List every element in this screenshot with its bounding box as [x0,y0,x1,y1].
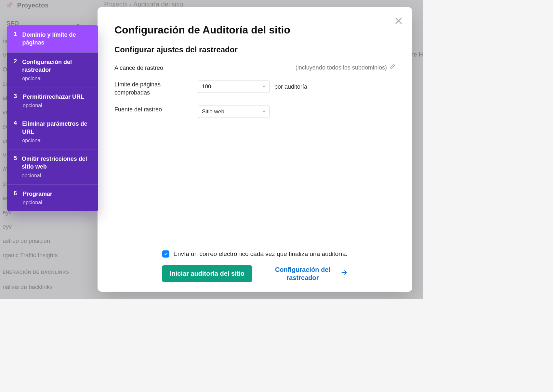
crawl-scope-hint-text: (incluyendo todos los subdominios) [296,64,387,71]
row-page-limit: Límite de páginas comprobadas 100 por au… [114,81,395,97]
chevron-down-icon [262,83,266,90]
wizard-step-number: 5 [14,155,17,179]
select-page-limit-value: 100 [202,83,211,90]
modal-subtitle: Configurar ajustes del rastreador [114,45,395,54]
wizard-step-optional: opcional [22,76,92,82]
crawler-settings-form: Alcance de rastreo (incluyendo todos los… [114,64,395,126]
wizard-step-number: 1 [14,31,18,47]
row-crawl-source: Fuente del rastreo Sitio web [114,106,395,118]
wizard-step-1[interactable]: 1 Dominio y límite de páginas [7,25,98,52]
select-crawl-source[interactable]: Sitio web [198,106,270,118]
close-button[interactable] [394,16,403,25]
wizard-step-title: Configuración del rastreador [22,58,92,74]
wizard-step-optional: opcional [22,173,92,179]
close-icon [394,16,403,25]
wizard-step-number: 4 [14,120,18,144]
row-crawl-scope: Alcance de rastreo (incluyendo todos los… [114,64,395,72]
wizard-step-number: 6 [14,190,18,206]
modal-title: Configuración de Auditoría del sitio [114,24,395,36]
label-crawl-source: Fuente del rastreo [114,106,189,114]
wizard-step-optional: opcional [23,103,84,108]
next-step-link[interactable]: Configuración del rastreador [272,266,348,282]
email-notify-checkbox[interactable] [162,250,169,258]
wizard-step-title: Eliminar parámetros de URL [22,120,92,136]
select-page-limit[interactable]: 100 [198,81,270,93]
wizard-step-6[interactable]: 6 Programar opcional [7,184,98,211]
edit-icon[interactable] [389,64,395,71]
label-crawl-scope: Alcance de rastreo [114,64,189,72]
select-crawl-source-value: Sitio web [202,108,224,115]
next-step-link-label: Configuración del rastreador [272,266,334,282]
chevron-down-icon [262,108,266,115]
label-page-limit: Límite de páginas comprobadas [114,81,189,97]
wizard-step-5[interactable]: 5 Omitir restricciones del sitio web opc… [7,149,98,184]
wizard-step-2[interactable]: 2 Configuración del rastreador opcional [7,52,98,87]
wizard-step-title: Permitir/rechazar URL [23,93,84,101]
wizard-step-title: Programar [23,190,52,198]
email-notify-row: Envía un correo electrónico cada vez que… [114,250,395,258]
start-audit-button[interactable]: Iniciar auditoría del sitio [162,265,252,282]
email-notify-label: Envía un correo electrónico cada vez que… [173,250,348,258]
wizard-step-number: 3 [14,93,18,108]
wizard-step-optional: opcional [23,200,52,206]
modal-footer: Envía un correo electrónico cada vez que… [114,245,395,282]
wizard-step-optional: opcional [22,138,92,144]
wizard-steps: 1 Dominio y límite de páginas 2 Configur… [7,25,98,211]
site-audit-config-modal: Configuración de Auditoría del sitio Con… [98,7,412,292]
crawl-scope-hint: (incluyendo todos los subdominios) [296,64,395,71]
wizard-step-title: Dominio y límite de páginas [22,31,92,47]
wizard-step-title: Omitir restricciones del sitio web [22,155,92,171]
arrow-right-icon [341,269,348,278]
check-icon [164,252,168,256]
wizard-step-number: 2 [14,58,18,82]
wizard-step-4[interactable]: 4 Eliminar parámetros de URL opcional [7,114,98,149]
wizard-step-3[interactable]: 3 Permitir/rechazar URL opcional [7,87,98,114]
page-limit-suffix: por auditoría [274,83,307,90]
